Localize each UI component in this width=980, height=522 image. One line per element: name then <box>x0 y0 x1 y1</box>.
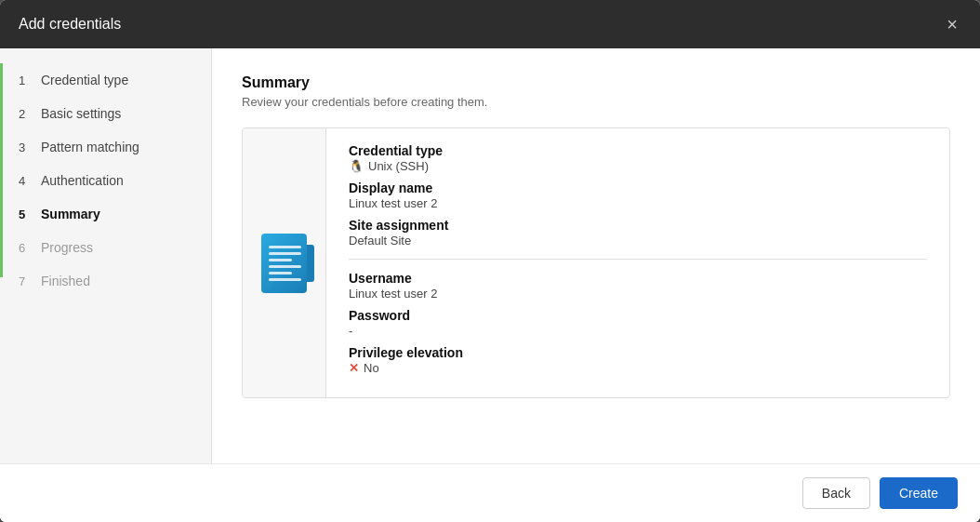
site-assignment-label: Site assignment <box>349 218 927 233</box>
credential-type-label: Credential type <box>349 143 927 158</box>
sidebar-label-7: Finished <box>41 274 90 288</box>
step-num-6: 6 <box>19 241 32 255</box>
linux-ssh-icon <box>261 234 307 293</box>
sidebar-label-2: Basic settings <box>41 106 121 121</box>
sidebar-item-basic-settings[interactable]: 2 Basic settings <box>0 97 211 130</box>
sidebar-label-3: Pattern matching <box>41 140 139 154</box>
step-num-2: 2 <box>19 107 32 121</box>
sidebar-label-6: Progress <box>41 240 93 255</box>
sidebar-item-authentication[interactable]: 4 Authentication <box>0 164 211 197</box>
back-button[interactable]: Back <box>802 477 870 509</box>
display-name-label: Display name <box>349 181 927 195</box>
sidebar-steps: 1 Credential type 2 Basic settings 3 Pat… <box>0 63 211 298</box>
username-label: Username <box>349 271 927 286</box>
section-subtitle: Review your credentials before creating … <box>242 95 950 109</box>
icon-line-1 <box>269 246 301 248</box>
card-details: Credential type 🐧 Unix (SSH) Display nam… <box>326 128 949 397</box>
sidebar-item-progress: 6 Progress <box>0 231 211 264</box>
x-icon: ✕ <box>349 361 359 375</box>
sidebar-item-summary[interactable]: 5 Summary <box>0 197 211 231</box>
modal-title: Add credentials <box>19 16 121 33</box>
step-num-1: 1 <box>19 74 32 87</box>
sidebar-item-credential-type[interactable]: 1 Credential type <box>0 63 211 97</box>
icon-line-4 <box>269 265 301 268</box>
card-icon-area <box>243 128 326 397</box>
sidebar-item-finished: 7 Finished <box>0 264 211 298</box>
step-num-5: 5 <box>19 207 32 221</box>
privilege-elevation-value: ✕ No <box>349 361 927 375</box>
step-num-4: 4 <box>19 174 32 188</box>
password-value: - <box>349 324 927 338</box>
site-assignment-value: Default Site <box>349 234 927 248</box>
privilege-elevation-text: No <box>364 361 379 375</box>
icon-line-5 <box>269 272 292 274</box>
sidebar-label-4: Authentication <box>41 173 124 188</box>
modal-footer: Back Create <box>0 463 980 522</box>
credential-type-section: Credential type 🐧 Unix (SSH) <box>349 143 927 173</box>
sidebar-label-5: Summary <box>41 207 100 221</box>
display-name-value: Linux test user 2 <box>349 196 927 210</box>
step-num-3: 3 <box>19 141 32 154</box>
add-credentials-modal: Add credentials × 1 Credential type 2 Ba… <box>0 0 980 522</box>
privilege-elevation-section: Privilege elevation ✕ No <box>349 345 927 375</box>
username-value: Linux test user 2 <box>349 287 927 301</box>
site-assignment-section: Site assignment Default Site <box>349 218 927 248</box>
step-num-7: 7 <box>19 274 32 288</box>
main-content: Summary Review your credentials before c… <box>212 48 980 463</box>
create-button[interactable]: Create <box>880 477 958 509</box>
credential-type-text: Unix (SSH) <box>368 159 429 173</box>
password-section: Password - <box>349 308 927 338</box>
icon-line-2 <box>269 252 301 255</box>
icon-line-6 <box>269 278 301 281</box>
sidebar: 1 Credential type 2 Basic settings 3 Pat… <box>0 48 212 463</box>
modal-header: Add credentials × <box>0 0 980 48</box>
privilege-elevation-label: Privilege elevation <box>349 345 927 360</box>
username-section: Username Linux test user 2 <box>349 271 927 301</box>
sidebar-item-pattern-matching[interactable]: 3 Pattern matching <box>0 130 211 164</box>
close-button[interactable]: × <box>943 11 961 37</box>
credential-type-value: 🐧 Unix (SSH) <box>349 159 927 173</box>
section-title: Summary <box>242 74 950 91</box>
card-divider <box>349 259 927 260</box>
linux-icon-small: 🐧 <box>349 159 364 173</box>
sidebar-label-1: Credential type <box>41 73 128 87</box>
modal-body: 1 Credential type 2 Basic settings 3 Pat… <box>0 48 980 463</box>
summary-card: Credential type 🐧 Unix (SSH) Display nam… <box>242 127 950 398</box>
password-label: Password <box>349 308 927 323</box>
display-name-section: Display name Linux test user 2 <box>349 181 927 210</box>
icon-line-3 <box>269 259 292 261</box>
